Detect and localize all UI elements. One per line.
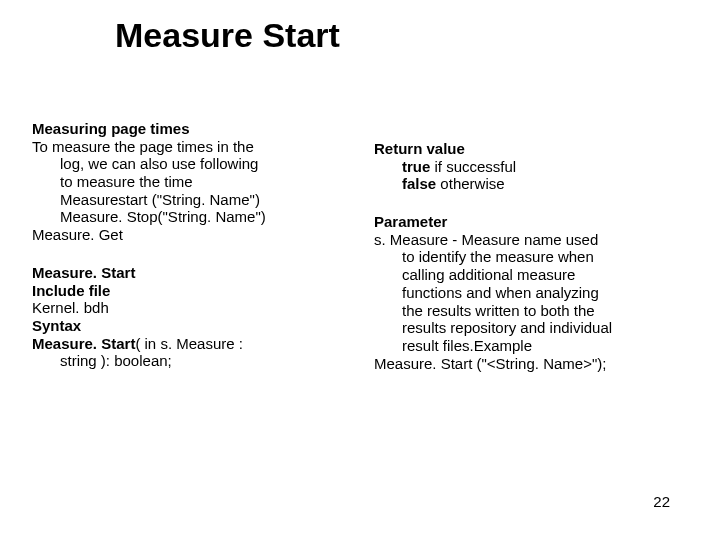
text: result files.Example (402, 337, 532, 354)
text: to measure the time (60, 173, 193, 190)
left-para-1: To measure the page times in the log, we… (32, 138, 346, 191)
text: true (402, 158, 430, 175)
left-heading-3: Include file (32, 282, 346, 300)
text: s. Measure - Measure name used (374, 231, 598, 248)
left-heading-1: Measuring page times (32, 120, 346, 138)
text: if successful (430, 158, 516, 175)
right-line-example: Measure. Start ("<String. Name>"); (374, 355, 688, 373)
right-column: Return value true if successful false ot… (374, 120, 688, 372)
text: To measure the page times in the (32, 138, 254, 155)
text: log, we can also use following (60, 155, 258, 172)
page-number: 22 (653, 493, 670, 510)
left-heading-4: Syntax (32, 317, 346, 335)
left-syntax: Measure. Start( in s. Measure : string )… (32, 335, 346, 370)
text: to identify the measure when (402, 248, 594, 265)
left-heading-2: Measure. Start (32, 264, 346, 282)
right-heading-1: Return value (374, 140, 688, 158)
right-line-true: true if successful (374, 158, 688, 176)
text: the results written to both the (402, 302, 595, 319)
right-heading-2: Parameter (374, 213, 688, 231)
text: otherwise (436, 175, 504, 192)
right-parameter-desc: s. Measure - Measure name used to identi… (374, 231, 688, 355)
text: string ): boolean; (60, 352, 172, 369)
text: ( in s. Measure : (135, 335, 243, 352)
slide-title: Measure Start (115, 16, 340, 55)
right-line-false: false otherwise (374, 175, 688, 193)
left-line-measurestart: Measurestart ("String. Name") (32, 191, 346, 209)
text: calling additional measure (402, 266, 575, 283)
text: false (402, 175, 436, 192)
text: Measure. Start (32, 335, 135, 352)
text: functions and when analyzing (402, 284, 599, 301)
left-line-measureget: Measure. Get (32, 226, 346, 244)
left-line-measurestop: Measure. Stop("String. Name") (32, 208, 346, 226)
left-line-kernel: Kernel. bdh (32, 299, 346, 317)
body-columns: Measuring page times To measure the page… (32, 120, 688, 372)
text: results repository and individual (402, 319, 612, 336)
left-column: Measuring page times To measure the page… (32, 120, 346, 372)
